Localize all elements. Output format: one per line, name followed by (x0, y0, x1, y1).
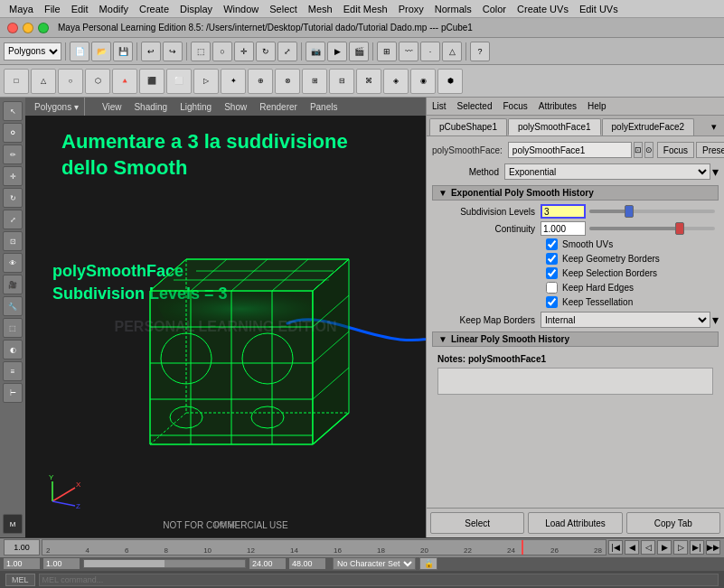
menu-proxy[interactable]: Proxy (393, 4, 429, 14)
minimize-button[interactable] (23, 23, 33, 33)
shelf-poly7[interactable]: ⬜ (166, 69, 192, 94)
menu-modify[interactable]: Modify (94, 4, 134, 14)
copy-tab-button[interactable]: Copy Tab (626, 512, 720, 534)
checkbox-keep-hard[interactable] (546, 282, 558, 294)
menu-window[interactable]: Window (218, 4, 264, 14)
lt-show[interactable]: 👁 (3, 253, 23, 273)
lock-btn[interactable]: 🔒 (419, 557, 437, 570)
vp-menu-panels[interactable]: Panels (307, 102, 341, 112)
shelf-poly6[interactable]: ⬛ (139, 69, 165, 94)
rp-menu-help[interactable]: Help (588, 101, 606, 111)
shelf-poly5[interactable]: 🔺 (112, 69, 137, 94)
lt-silhouette[interactable]: ◐ (3, 340, 23, 359)
tb-snap-curve[interactable]: 〰 (399, 42, 418, 61)
timeline-current[interactable]: 1.00 (4, 539, 40, 555)
menu-display[interactable]: Display (174, 4, 218, 14)
shelf-poly15[interactable]: ◈ (383, 69, 409, 94)
shelf-poly11[interactable]: ⊗ (275, 69, 300, 94)
rp-menu-attributes[interactable]: Attributes (539, 101, 577, 111)
tab-arrow[interactable]: ▾ (707, 118, 721, 135)
checkbox-keep-tess[interactable] (546, 296, 558, 308)
tb-help[interactable]: ? (470, 42, 490, 61)
focus-button[interactable]: Focus (657, 142, 694, 158)
subdivision-thumb[interactable] (625, 205, 634, 218)
lt-scale[interactable]: ⤢ (3, 210, 23, 229)
menu-create-uvs[interactable]: Create UVs (512, 4, 574, 14)
section-smooth-header[interactable]: ▼ Exponential Poly Smooth History (432, 185, 719, 201)
tb-redo[interactable]: ↪ (163, 42, 183, 61)
shelf-poly9[interactable]: ✦ (221, 69, 246, 94)
menu-mesh[interactable]: Mesh (303, 4, 338, 14)
tb-scale[interactable]: ⤢ (277, 42, 297, 61)
menu-color[interactable]: Color (477, 4, 512, 14)
close-button[interactable] (7, 23, 18, 33)
tb-lasso[interactable]: ○ (212, 42, 232, 61)
maximize-button[interactable] (38, 23, 49, 33)
range-end-input[interactable] (249, 558, 286, 569)
prev-frame-btn[interactable]: ◀ (625, 540, 639, 555)
tb-select[interactable]: ⬚ (191, 42, 211, 61)
range-track[interactable] (83, 559, 246, 568)
tb-render[interactable]: ▶ (327, 42, 347, 61)
tb-ipr[interactable]: 🎬 (349, 42, 369, 61)
menu-edit-mesh[interactable]: Edit Mesh (338, 4, 393, 14)
shape-icon-btn-2[interactable]: ⊙ (644, 142, 653, 158)
lt-move[interactable]: ✛ (3, 166, 23, 186)
next-frame-btn[interactable]: ▶| (690, 540, 704, 555)
vp-menu-renderer[interactable]: Renderer (257, 102, 300, 112)
checkbox-keep-sel[interactable] (546, 267, 558, 279)
lt-paint[interactable]: ✏ (3, 145, 23, 164)
viewport-dropdown[interactable]: Polygons ▾ (29, 98, 85, 116)
section-linear-header[interactable]: ▼ Linear Poly Smooth History (432, 331, 719, 347)
load-attributes-button[interactable]: Load Attributes (528, 512, 622, 534)
shelf-poly3[interactable]: ○ (58, 69, 83, 94)
timeline-row[interactable]: 1.00 2 4 6 8 10 12 14 16 18 20 22 24 26 … (0, 538, 724, 557)
tb-save[interactable]: 💾 (113, 42, 133, 61)
vp-menu-lighting[interactable]: Lighting (177, 102, 214, 112)
tb-rotate[interactable]: ↻ (256, 42, 276, 61)
tab-polySmoothFace1[interactable]: polySmoothFace1 (508, 118, 601, 135)
continuity-track[interactable] (589, 227, 715, 230)
shelf-poly13[interactable]: ⊟ (329, 69, 354, 94)
goto-end-btn[interactable]: ▶▶ (706, 540, 720, 555)
shelf-poly17[interactable]: ⬢ (437, 69, 463, 94)
range-max-input[interactable] (289, 558, 325, 569)
shelf-poly4[interactable]: ⬡ (85, 69, 110, 94)
tb-new[interactable]: 📄 (70, 42, 89, 61)
lt-render[interactable]: 🎥 (3, 275, 23, 294)
lt-toolbox[interactable]: 🔧 (3, 296, 23, 316)
lt-crease[interactable]: ≡ (3, 361, 23, 381)
toolbar-dropdown[interactable]: Polygons (4, 42, 61, 61)
tb-snap-surface[interactable]: △ (442, 42, 462, 61)
tb-camera[interactable]: 📷 (306, 42, 325, 61)
prev-keyframe-btn[interactable]: ◁ (641, 540, 655, 555)
next-keyframe-btn[interactable]: ▷ (673, 540, 688, 555)
menu-create[interactable]: Create (134, 4, 174, 14)
subdivision-track[interactable] (589, 210, 715, 213)
lt-snap[interactable]: ⊡ (3, 231, 23, 251)
shelf-poly14[interactable]: ⌘ (356, 69, 381, 94)
menu-maya[interactable]: Maya (4, 4, 39, 14)
menu-edit[interactable]: Edit (66, 4, 94, 14)
lt-lasso[interactable]: ⭘ (3, 123, 23, 143)
presets-button[interactable]: Presets (696, 142, 724, 158)
menu-file[interactable]: File (39, 4, 66, 14)
shelf-poly8[interactable]: ▷ (193, 69, 219, 94)
rp-menu-focus[interactable]: Focus (503, 101, 527, 111)
map-select[interactable]: Internal (541, 312, 710, 328)
shelf-poly16[interactable]: ◉ (410, 69, 436, 94)
checkbox-keep-geo[interactable] (546, 253, 558, 265)
lt-select-mode[interactable]: ↖ (3, 101, 23, 121)
vp-menu-view[interactable]: View (99, 102, 125, 112)
rp-menu-selected[interactable]: Selected (457, 101, 493, 111)
tab-polyExtrudeFace2[interactable]: polyExtrudeFace2 (602, 118, 695, 135)
tb-undo[interactable]: ↩ (141, 42, 161, 61)
shape-input[interactable] (508, 142, 632, 158)
tb-snap-point[interactable]: · (420, 42, 440, 61)
vp-menu-shading[interactable]: Shading (131, 102, 170, 112)
method-select[interactable]: Exponential (504, 163, 710, 180)
command-input[interactable] (39, 574, 719, 586)
menu-select[interactable]: Select (264, 4, 303, 14)
lt-mirror[interactable]: ⊢ (3, 383, 23, 403)
range-start-input[interactable] (4, 558, 40, 569)
